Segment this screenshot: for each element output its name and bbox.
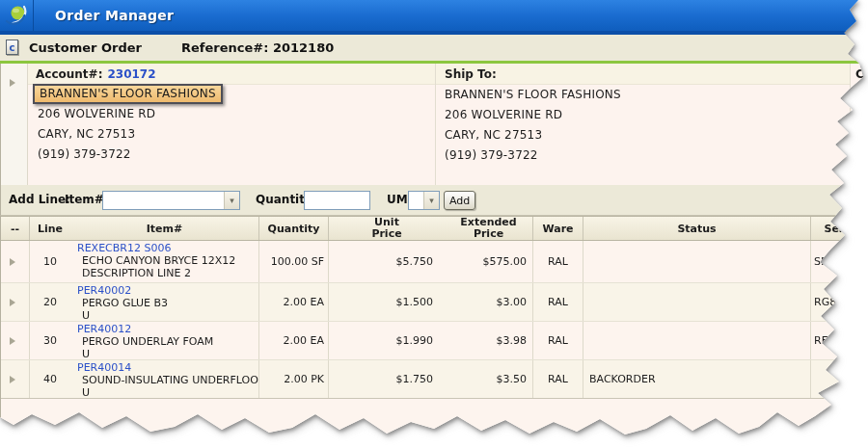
extended-price-value: $3.50: [445, 360, 533, 398]
quantity-value: 2.00 EA: [259, 283, 329, 321]
item-cell: PER40014 SOUND-INSULATING UNDERFLOORX U: [70, 360, 259, 398]
chevron-down-icon: ▾: [230, 197, 234, 205]
row-expander-icon[interactable]: [10, 337, 15, 345]
item-number-link[interactable]: PER40014: [77, 361, 258, 374]
item-description-2: DESCRIPTION LINE 2: [82, 267, 258, 279]
order-manager-window: Order Manager c Customer Order Reference…: [0, 0, 868, 448]
order-line-row[interactable]: 20 PER40002 PERGO GLUE B3 U 2.00 EA $1.5…: [1, 283, 868, 322]
app-title: Order Manager: [55, 0, 174, 31]
col-header-serial: Seria: [811, 217, 868, 240]
col-header-quantity: Quantity: [259, 217, 329, 240]
unit-price-value: $1.500: [329, 283, 445, 321]
um-input[interactable]: [409, 192, 423, 209]
ship-to-address-line-2: CARY, NC 27513: [445, 125, 850, 145]
reference-value: 2012180: [273, 40, 334, 55]
ware-value: RAL: [533, 322, 583, 359]
ware-value: RAL: [533, 360, 583, 398]
document-type-label: Customer Order: [29, 35, 142, 61]
ware-value: RAL: [533, 283, 583, 321]
col-header-status: Status: [583, 217, 811, 240]
add-line-button[interactable]: Add: [444, 191, 475, 210]
serial-value: RG89: [811, 283, 868, 321]
account-section: Account#: 230172 BRANNEN'S FLOOR FASHION…: [28, 64, 435, 185]
item-cell: PER40012 PERGO UNDERLAY FOAM U: [70, 322, 259, 359]
serial-value: [811, 360, 868, 398]
item-description: SOUND-INSULATING UNDERFLOORX: [82, 374, 258, 386]
row-expander-icon[interactable]: [10, 376, 15, 383]
title-bar: Order Manager: [0, 0, 868, 35]
quantity-value: 2.00 PK: [259, 360, 329, 398]
account-label: Account#:: [36, 67, 102, 81]
col-header-ware: Ware: [533, 217, 583, 240]
serial-value: REG2: [811, 322, 868, 359]
status-value: [583, 322, 811, 359]
col-header-extended-price: Extended Price: [445, 217, 533, 240]
item-description: PERGO GLUE B3: [82, 297, 258, 309]
unit-price-value: $1.750: [329, 360, 445, 398]
um-combobox[interactable]: ▾: [408, 191, 440, 210]
item-dropdown-button[interactable]: ▾: [224, 192, 239, 209]
line-number: 20: [30, 283, 70, 321]
col-header-unit-price: Unit Price: [329, 217, 445, 240]
panel-divider-2: [850, 64, 851, 185]
quantity-input[interactable]: [304, 191, 370, 210]
ship-to-header: Ship To:: [436, 64, 850, 85]
table-header-row: -- Line Item# Quantity Unit Price Extend…: [1, 216, 868, 241]
col-header-item: Item#: [70, 217, 259, 240]
item-number-link[interactable]: REXECBR12 S006: [77, 242, 258, 254]
ware-value: RAL: [533, 241, 583, 282]
customer-order-icon-glyph: c: [10, 42, 15, 53]
item-cell: REXECBR12 S006 ECHO CANYON BRYCE 12X12 D…: [70, 241, 259, 282]
status-value: [583, 283, 811, 321]
account-phone: (919) 379-3722: [38, 145, 435, 165]
customer-order-icon: c: [6, 40, 18, 55]
order-line-row[interactable]: 30 PER40012 PERGO UNDERLAY FOAM U 2.00 E…: [1, 322, 868, 360]
col-header-line: Line: [30, 217, 70, 240]
status-value: BACKORDER: [583, 360, 811, 398]
ship-to-phone: (919) 379-3722: [445, 145, 850, 166]
um-dropdown-button[interactable]: ▾: [423, 192, 439, 209]
serial-value: SDF: [811, 241, 868, 282]
torn-screenshot-wrapper: Order Manager c Customer Order Reference…: [0, 0, 868, 448]
add-line-label: Add Line:: [9, 185, 70, 215]
extended-price-value: $3.98: [445, 322, 533, 359]
reference-label: Reference#:: [181, 40, 268, 55]
item-number-link[interactable]: PER40002: [77, 284, 258, 297]
ship-to-name: BRANNEN'S FLOOR FASHIONS: [445, 85, 850, 105]
item-cell: PER40002 PERGO GLUE B3 U: [70, 283, 259, 321]
panel-expander-icon[interactable]: [10, 79, 15, 87]
item-number-link[interactable]: PER40012: [77, 323, 258, 335]
extended-price-value: $3.00: [445, 283, 533, 321]
quantity-value: 2.00 EA: [259, 322, 329, 359]
order-line-row[interactable]: 10 REXECBR12 S006 ECHO CANYON BRYCE 12X1…: [1, 241, 868, 283]
panel-footer-area: [0, 399, 868, 448]
order-line-row[interactable]: 40 PER40014 SOUND-INSULATING UNDERFLOORX…: [1, 360, 868, 399]
line-number: 40: [30, 360, 70, 398]
document-header-bar: c Customer Order Reference#: 2012180: [0, 35, 868, 61]
account-header: Account#: 230172: [28, 64, 435, 85]
item-number-input[interactable]: [103, 192, 224, 209]
app-logo: [0, 0, 34, 31]
item-number-combobox[interactable]: ▾: [102, 191, 240, 210]
extended-price-value: $575.00: [445, 241, 533, 282]
account-number-link[interactable]: 230172: [107, 67, 155, 81]
reference-number: Reference#: 2012180: [181, 35, 334, 61]
unit-price-value: $1.990: [329, 322, 445, 359]
col-header-expander: --: [1, 217, 30, 240]
order-address-panel: Account#: 230172 BRANNEN'S FLOOR FASHION…: [0, 64, 868, 185]
account-address-line-1: 206 WOLVERINE RD: [38, 104, 435, 124]
third-section-partial-label: C: [855, 67, 864, 81]
quantity-value: 100.00 SF: [259, 241, 329, 282]
status-value: [583, 241, 811, 282]
item-description: PERGO UNDERLAY FOAM: [82, 335, 258, 348]
ship-to-address-line-1: 206 WOLVERINE RD: [445, 105, 850, 125]
ship-to-section: Ship To: BRANNEN'S FLOOR FASHIONS 206 WO…: [436, 64, 850, 185]
item-description: ECHO CANYON BRYCE 12X12: [82, 254, 258, 267]
customer-name-highlight[interactable]: BRANNEN'S FLOOR FASHIONS: [33, 84, 223, 104]
ship-to-label: Ship To:: [445, 67, 497, 81]
line-number: 30: [30, 322, 70, 359]
row-expander-icon[interactable]: [10, 299, 15, 306]
chevron-down-icon: ▾: [429, 197, 434, 205]
panel-gutter: [1, 64, 28, 185]
row-expander-icon[interactable]: [10, 258, 15, 266]
